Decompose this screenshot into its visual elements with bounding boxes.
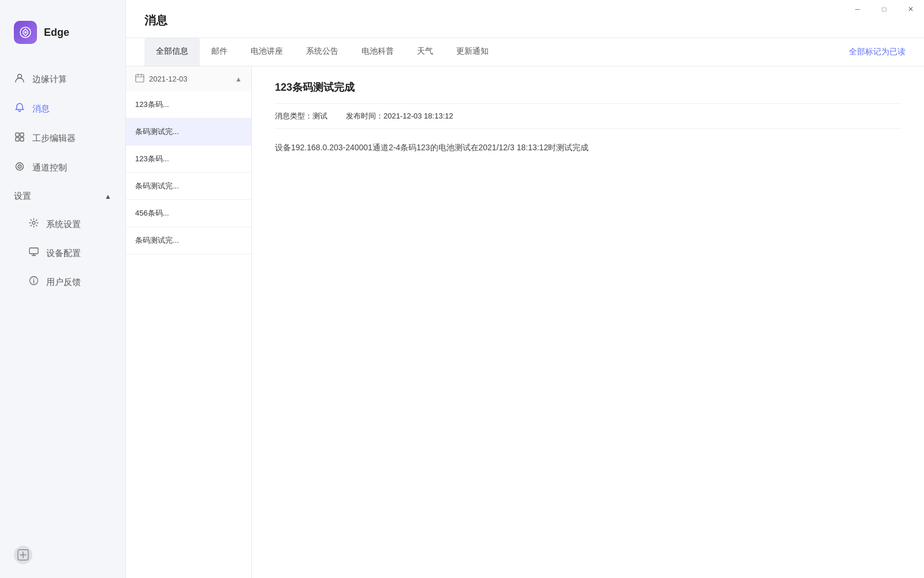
mark-all-read-button[interactable]: 全部标记为已读 [849, 47, 906, 57]
message-body: 设备192.168.0.203-240001通道2-4条码123的电池测试在20… [275, 140, 901, 155]
list-item[interactable]: 条码测试完... [126, 118, 251, 146]
list-item[interactable]: 123条码... [126, 146, 251, 173]
titlebar: ─ □ ✕ [844, 0, 924, 18]
info-icon [28, 276, 39, 288]
sidebar-nav: 边缘计算 消息 [0, 60, 125, 536]
bell-icon [14, 102, 25, 116]
meta-time-value: 2021-12-03 18:13:12 [383, 112, 453, 120]
main-header: 消息 [126, 0, 924, 38]
page-title: 消息 [144, 13, 906, 28]
meta-type-value: 测试 [312, 112, 327, 120]
svg-rect-4 [20, 133, 24, 136]
meta-type: 消息类型：测试 [275, 111, 327, 121]
svg-rect-6 [20, 138, 24, 141]
minimize-button[interactable]: ─ [844, 0, 871, 18]
grid-icon [14, 132, 25, 145]
monitor-icon [28, 247, 39, 260]
svg-point-10 [32, 221, 35, 224]
main-content: 消息 全部信息 邮件 电池讲座 系统公告 电池科普 天气 更新通知 全部标记为已… [126, 0, 924, 578]
list-item[interactable]: 条码测试完... [126, 173, 251, 200]
svg-point-13 [33, 279, 34, 280]
message-meta: 消息类型：测试 发布时间：2021-12-03 18:13:12 [275, 103, 901, 129]
maximize-button[interactable]: □ [871, 0, 897, 18]
tab-update-notice[interactable]: 更新通知 [445, 38, 500, 66]
sidebar-item-messages[interactable]: 消息 [0, 94, 125, 124]
sidebar-item-label: 设备配置 [46, 248, 81, 259]
meta-time: 发布时间：2021-12-03 18:13:12 [346, 111, 453, 121]
meta-time-label: 发布时间： [346, 112, 383, 120]
tab-mail[interactable]: 邮件 [200, 38, 239, 66]
list-item[interactable]: 123条码... [126, 91, 251, 118]
svg-rect-11 [29, 248, 38, 254]
svg-point-9 [19, 166, 20, 167]
tab-battery-lecture[interactable]: 电池讲座 [239, 38, 295, 66]
calendar-icon [135, 73, 144, 84]
date-group-label: 2021-12-03 [149, 75, 188, 83]
collapse-icon[interactable]: ▲ [235, 75, 242, 83]
sidebar-item-channel-control[interactable]: 通道控制 [0, 153, 125, 183]
gear-icon [28, 218, 39, 231]
svg-rect-15 [136, 75, 144, 82]
sidebar-item-workflow-editor[interactable]: 工步编辑器 [0, 124, 125, 153]
tab-battery-science[interactable]: 电池科普 [350, 38, 405, 66]
content-body: 2021-12-03 ▲ 123条码... 条码测试完... 123条码... … [126, 66, 924, 578]
sidebar-item-label: 通道控制 [32, 162, 67, 173]
channel-icon [14, 161, 25, 175]
settings-section[interactable]: 设置 ▲ [0, 183, 125, 210]
message-detail-title: 123条码测试完成 [275, 80, 901, 94]
settings-section-label: 设置 [14, 191, 31, 202]
logo-icon [14, 21, 37, 44]
sidebar: Edge 边缘计算 [0, 0, 126, 578]
tab-system-notice[interactable]: 系统公告 [295, 38, 350, 66]
sidebar-item-system-settings[interactable]: 系统设置 [0, 210, 125, 239]
tab-weather[interactable]: 天气 [405, 38, 445, 66]
list-item[interactable]: 456条码... [126, 200, 251, 227]
sidebar-item-device-config[interactable]: 设备配置 [0, 239, 125, 268]
sidebar-item-label: 系统设置 [46, 219, 81, 230]
sidebar-item-label: 消息 [32, 103, 50, 114]
message-detail-panel: 123条码测试完成 消息类型：测试 发布时间：2021-12-03 18:13:… [252, 66, 924, 578]
meta-type-label: 消息类型： [275, 112, 312, 120]
app-layout: Edge 边缘计算 [0, 0, 924, 578]
date-group-header: 2021-12-03 ▲ [126, 66, 251, 91]
settings-sub-nav: 系统设置 设备配置 [0, 210, 125, 297]
list-item[interactable]: 条码测试完... [126, 227, 251, 254]
sidebar-item-user-feedback[interactable]: 用户反馈 [0, 268, 125, 297]
sidebar-item-edge-computing[interactable]: 边缘计算 [0, 65, 125, 94]
tab-all[interactable]: 全部信息 [144, 38, 200, 66]
message-list-panel: 2021-12-03 ▲ 123条码... 条码测试完... 123条码... … [126, 66, 252, 578]
footer-logo-icon [14, 546, 32, 564]
app-title: Edge [44, 27, 69, 39]
sidebar-logo: Edge [0, 0, 125, 60]
sidebar-footer [0, 536, 125, 578]
svg-rect-5 [16, 138, 19, 141]
sidebar-item-label: 工步编辑器 [32, 133, 76, 144]
tabs-bar: 全部信息 邮件 电池讲座 系统公告 电池科普 天气 更新通知 全部标记为已读 [126, 38, 924, 66]
sidebar-item-label: 用户反馈 [46, 277, 81, 288]
chevron-up-icon: ▲ [105, 192, 111, 201]
svg-point-1 [24, 31, 27, 34]
sidebar-item-label: 边缘计算 [32, 74, 67, 85]
user-icon [14, 73, 25, 86]
close-button[interactable]: ✕ [897, 0, 924, 18]
svg-rect-3 [16, 133, 19, 136]
